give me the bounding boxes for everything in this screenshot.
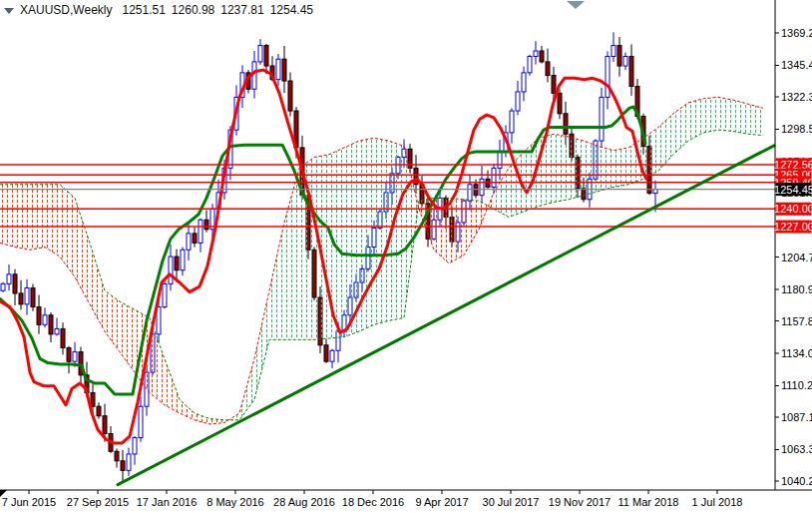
price-axis-label: 1087.10 <box>781 411 812 423</box>
price-axis-label: 1110.20 <box>781 379 812 391</box>
ohlc-open: 1251.51 <box>122 3 165 17</box>
price-axis-label: 1180.90 <box>781 283 812 295</box>
time-axis-label: 9 Apr 2017 <box>415 496 468 508</box>
price-axis-label: 1157.80 <box>781 315 812 327</box>
time-axis-label: 11 Mar 2018 <box>618 496 679 508</box>
current-price-badge: 1254.45 <box>774 183 812 196</box>
time-axis-label: 1 Jul 2018 <box>692 496 743 508</box>
time-axis-label: 8 May 2016 <box>206 496 263 508</box>
time-axis-label: 27 Sep 2015 <box>67 496 129 508</box>
price-axis-label: 1204.70 <box>781 252 812 263</box>
price-axis-label: 1369.20 <box>781 27 812 39</box>
symbol-dropdown-icon[interactable] <box>4 8 14 14</box>
price-axis-label: 1345.40 <box>781 59 812 71</box>
ohlc-close: 1254.45 <box>270 3 313 17</box>
price-axis-label: 1322.30 <box>781 91 812 103</box>
price-badge-label: 1227.00 <box>774 221 812 233</box>
symbol-timeframe-label: XAUUSD,Weekly <box>20 3 112 17</box>
ohlc-low: 1237.81 <box>220 3 263 17</box>
price-axis-label: 1298.50 <box>781 123 812 135</box>
time-axis: 7 Jun 201527 Sep 201517 Jan 20168 May 20… <box>2 490 743 508</box>
price-axis-label: 1063.30 <box>781 443 812 455</box>
time-axis-label: 7 Jun 2015 <box>2 496 56 508</box>
price-axis-label: 1134.00 <box>781 347 812 359</box>
time-axis-label: 30 Jul 2017 <box>483 496 540 508</box>
price-badge-1240.00: 1240.00 <box>774 203 812 216</box>
tenkan-sen-line <box>0 70 646 443</box>
chart-title: XAUUSD,Weekly 1251.51 1260.98 1237.81 12… <box>4 3 319 17</box>
price-chart[interactable]: 1369.201345.401322.301298.501274.701251.… <box>0 0 812 513</box>
price-axis-label: 1040.20 <box>781 475 812 487</box>
trading-chart-window: 1369.201345.401322.301298.501274.701251.… <box>0 0 812 513</box>
time-axis-label: 19 Nov 2017 <box>549 496 610 508</box>
time-axis-label: 18 Dec 2016 <box>342 496 404 508</box>
ohlc-high: 1260.98 <box>172 3 214 17</box>
price-badge-label: 1240.00 <box>774 203 812 215</box>
time-axis-label: 17 Jan 2016 <box>137 496 198 508</box>
price-badge-label: 1254.45 <box>774 184 812 196</box>
time-axis-label: 28 Aug 2016 <box>273 496 335 508</box>
price-badge-1227.00: 1227.00 <box>774 221 812 234</box>
chart-shift-marker-icon <box>567 1 585 9</box>
